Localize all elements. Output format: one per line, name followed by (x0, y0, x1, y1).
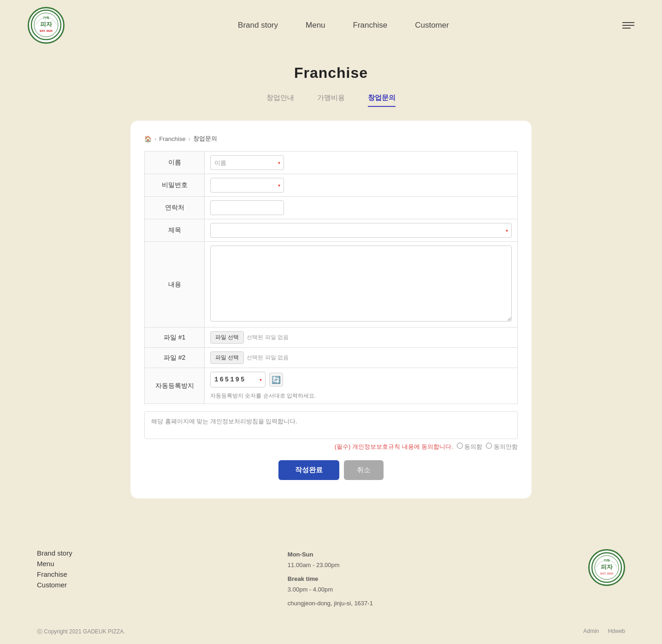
svg-text:EST. 2020: EST. 2020 (40, 29, 53, 32)
main-nav: Brand story Menu Franchise Customer (238, 21, 449, 30)
password-select-wrapper: ▾ (210, 178, 284, 193)
privacy-box: 해당 홈페이지에 맞는 개인정보처리방침을 입력합니다. (144, 411, 518, 439)
file2-name: 선택된 파일 없음 (247, 354, 289, 362)
nav-brand-story[interactable]: Brand story (238, 21, 278, 30)
svg-text:피자: 피자 (40, 21, 53, 28)
content-label: 내용 (145, 242, 205, 328)
consent-disagree-label[interactable]: 동의안함 (486, 443, 518, 451)
password-field: ▾ (205, 174, 518, 197)
content-field (205, 242, 518, 328)
privacy-text: 해당 홈페이지에 맞는 개인정보처리방침을 입력합니다. (151, 418, 297, 425)
footer-info: Mon-Sun 11.00am - 23.00pm Break time 3.0… (288, 549, 373, 609)
title-row: 제목 ▾ (145, 219, 518, 242)
footer-menu[interactable]: Menu (37, 560, 72, 568)
title-field: ▾ (205, 219, 518, 242)
content-row: 내용 (145, 242, 518, 328)
captcha-field: 165195 ▾ 🔄 자동등록방지 숫자를 순서대로 입력하세요. (205, 368, 518, 404)
password-label: 비밀번호 (145, 174, 205, 197)
admin-link[interactable]: Admin (583, 628, 599, 634)
title-select[interactable] (210, 223, 512, 238)
footer-logo: 가득 피자 EST. 2020 (588, 549, 625, 586)
cancel-button[interactable]: 취소 (344, 460, 384, 480)
hamburger-menu[interactable] (622, 22, 634, 29)
password-row: 비밀번호 ▾ (145, 174, 518, 197)
footer-brand-story[interactable]: Brand story (37, 549, 72, 557)
breadcrumb-sep2: › (188, 135, 190, 142)
home-icon[interactable]: 🏠 (144, 135, 152, 142)
footer-break-title: Break time (288, 575, 318, 582)
contact-label: 연락처 (145, 197, 205, 219)
nav-franchise[interactable]: Franchise (353, 21, 388, 30)
page-title-section: Franchise (0, 51, 662, 86)
tab-gamyeong-biyong[interactable]: 가맹비용 (317, 94, 345, 107)
form-buttons: 작성완료 취소 (144, 460, 518, 480)
captcha-select[interactable]: 165195 (210, 372, 266, 387)
submit-button[interactable]: 작성완료 (278, 460, 339, 480)
file2-button[interactable]: 파일 선택 (210, 351, 244, 364)
svg-text:피자: 피자 (601, 563, 613, 570)
footer-hours-title: Mon-Sun (288, 551, 313, 558)
nav-customer[interactable]: Customer (415, 21, 449, 30)
form-card: 🏠 › Franchise › 창업문의 이름 이름 ▾ 비밀번호 (130, 121, 532, 498)
name-select[interactable]: 이름 (210, 155, 284, 170)
footer-nav: Brand story Menu Franchise Customer (37, 549, 72, 589)
password-select[interactable] (210, 178, 284, 193)
captcha-label: 자동등록방지 (145, 368, 205, 404)
file1-label: 파일 #1 (145, 328, 205, 348)
name-row: 이름 이름 ▾ (145, 152, 518, 174)
breadcrumb: 🏠 › Franchise › 창업문의 (144, 135, 518, 143)
title-label: 제목 (145, 219, 205, 242)
logo-svg: 가득 피자 EST. 2020 (30, 9, 62, 41)
contact-row: 연락처 (145, 197, 518, 219)
consent-agree-text: 동의함 (464, 443, 482, 450)
breadcrumb-sep1: › (154, 135, 156, 142)
footer-bottom: ⓒ Copyright 2021 GADEUK PIZZA. Admin Hdw… (0, 622, 662, 644)
file2-row: 파일 #2 파일 선택 선택된 파일 없음 (145, 348, 518, 368)
consent-agree-radio[interactable] (457, 443, 463, 449)
privacy-consent-row: (필수) 개인정보보호규칙 내용에 동의합니다. 동의함 동의안함 (144, 443, 518, 451)
footer: Brand story Menu Franchise Customer Mon-… (0, 526, 662, 644)
consent-agree-label[interactable]: 동의함 (457, 443, 483, 451)
footer-logo-circle: 가득 피자 EST. 2020 (588, 549, 625, 586)
inquiry-form: 이름 이름 ▾ 비밀번호 ▾ (144, 151, 518, 404)
captcha-refresh-button[interactable]: 🔄 (269, 373, 283, 386)
hdweb-link[interactable]: Hdweb (608, 628, 625, 634)
name-field: 이름 ▾ (205, 152, 518, 174)
file1-row: 파일 #1 파일 선택 선택된 파일 없음 (145, 328, 518, 348)
privacy-consent-label: (필수) 개인정보보호규칙 내용에 동의합니다. (335, 443, 453, 451)
footer-links: Admin Hdweb (576, 628, 625, 636)
name-label: 이름 (145, 152, 205, 174)
content-textarea[interactable] (210, 246, 512, 322)
nav-menu[interactable]: Menu (306, 21, 325, 30)
title-select-wrapper: ▾ (210, 223, 512, 238)
svg-text:가득: 가득 (603, 559, 610, 562)
captcha-hint: 자동등록방지 숫자를 순서대로 입력하세요. (210, 392, 316, 400)
file2-label: 파일 #2 (145, 348, 205, 368)
file1-button[interactable]: 파일 선택 (210, 331, 244, 344)
page-title: Franchise (0, 64, 662, 82)
footer-address: chungjeon-dong, jinju-si, 1637-1 (288, 598, 373, 609)
tab-changup-annae[interactable]: 창업안내 (266, 94, 294, 107)
consent-disagree-text: 동의안함 (494, 443, 518, 450)
tab-changup-munui[interactable]: 창업문의 (368, 94, 396, 107)
footer-customer[interactable]: Customer (37, 581, 72, 589)
footer-franchise[interactable]: Franchise (37, 570, 72, 578)
captcha-select-wrapper: 165195 ▾ (210, 372, 266, 387)
consent-disagree-radio[interactable] (486, 443, 492, 449)
file1-field: 파일 선택 선택된 파일 없음 (205, 328, 518, 348)
file1-name: 선택된 파일 없음 (247, 334, 289, 341)
name-select-wrapper: 이름 ▾ (210, 155, 284, 170)
logo[interactable]: 가득 피자 EST. 2020 (28, 7, 65, 44)
contact-field (205, 197, 518, 219)
contact-input[interactable] (210, 200, 284, 215)
sub-nav: 창업안내 가맹비용 창업문의 (0, 86, 662, 107)
captcha-row: 자동등록방지 165195 ▾ 🔄 자동등록방지 숫자를 순서대로 입력하세요. (145, 368, 518, 404)
breadcrumb-franchise[interactable]: Franchise (159, 135, 185, 142)
footer-logo-svg: 가득 피자 EST. 2020 (591, 551, 623, 584)
footer-hours: Mon-Sun 11.00am - 23.00pm (288, 549, 373, 571)
breadcrumb-current: 창업문의 (193, 135, 217, 143)
svg-text:가득: 가득 (43, 16, 49, 20)
footer-break: Break time 3.00pm - 4.00pm (288, 574, 373, 595)
footer-break-time: 3.00pm - 4.00pm (288, 586, 333, 593)
footer-hours-time: 11.00am - 23.00pm (288, 562, 340, 568)
